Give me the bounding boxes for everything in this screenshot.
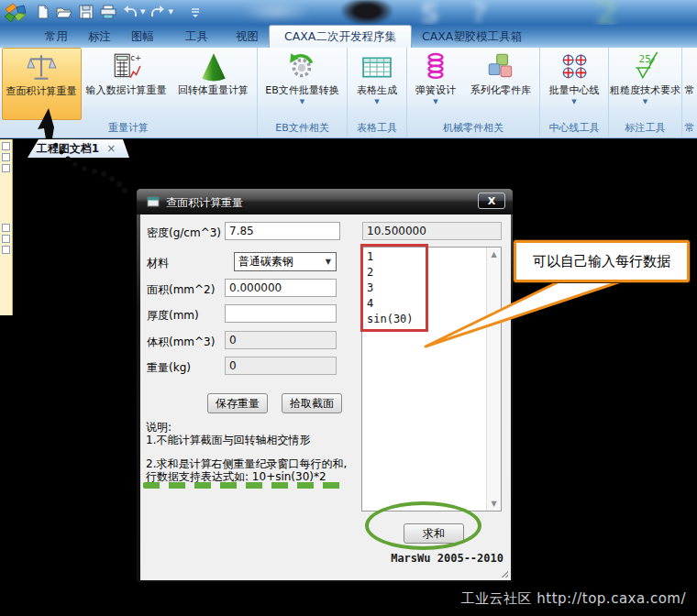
dropdown-arrow-icon: ▼ (374, 98, 379, 105)
gear-convert-icon (287, 50, 318, 84)
undo-button[interactable] (121, 3, 139, 21)
scroll-down-icon[interactable]: ▼ (487, 497, 501, 511)
dropdown-arrow-icon: ▼ (571, 98, 576, 105)
ribbon-button-eb-batch-convert[interactable]: EB文件批量转换 ▼ (263, 48, 341, 120)
green-dashed-underline-annotation (143, 482, 345, 489)
ribbon-button-input-data-weight[interactable]: c+ 输入数据计算重量 (82, 48, 171, 120)
weight-label: 重量(kg) (147, 360, 191, 376)
dialog-title-bar[interactable]: 查面积计算重量 X (137, 189, 513, 214)
ribbon-group-label: 机械零件相关 (407, 120, 539, 136)
undo-dropdown-icon[interactable]: ▼ (140, 8, 145, 16)
material-select[interactable]: 普通碳素钢 ▼ (234, 252, 337, 271)
redo-button[interactable] (149, 3, 167, 21)
svg-text:c+: c+ (130, 53, 141, 62)
weight-record-list[interactable]: 1 2 3 4 sin(30) ▲ ▼ (361, 247, 502, 512)
weight-record-lines[interactable]: 1 2 3 4 sin(30) (367, 249, 414, 327)
calculator-icon: c+ (111, 50, 142, 84)
note-line-1: 1.不能计算截面与回转轴相交情形 (146, 433, 310, 448)
ribbon-button-table-generate[interactable]: 表格生成 ▼ (355, 48, 399, 120)
new-file-button[interactable] (33, 3, 51, 21)
tab-biaozhu[interactable]: 标注 (78, 25, 121, 48)
background-photo-blur (240, 3, 312, 21)
left-palette-strip[interactable] (0, 139, 13, 315)
ribbon-group-table-tools: 表格生成 ▼ 表格工具 (348, 48, 407, 137)
tab-gongju[interactable]: 工具 (175, 25, 218, 48)
area-weight-dialog: 查面积计算重量 X 密度(g/cm^3) 材料 普通碳素钢 ▼ 面积(mm^2)… (136, 188, 514, 583)
density-input[interactable] (225, 222, 340, 240)
quick-access-toolbar: ▼ ▼ (33, 3, 205, 21)
weight-field (225, 357, 337, 375)
dialog-close-button[interactable]: X (478, 192, 505, 209)
material-value: 普通碳素钢 (235, 254, 321, 270)
sum-result-field (362, 222, 502, 240)
spring-icon (420, 50, 451, 84)
centerline-icon (559, 50, 590, 84)
parts-library-icon (485, 50, 516, 84)
cone-icon (198, 50, 229, 84)
sum-button[interactable]: 求和 (404, 523, 464, 544)
roughness-icon: 25 (630, 50, 661, 84)
ribbon-group-label: EB文件相关 (258, 120, 347, 136)
tab-caxa-mold-toolbox[interactable]: CAXA塑胶模工具箱 (412, 25, 532, 48)
thickness-label: 厚度(mm) (147, 308, 199, 324)
ribbon-button-spring-design[interactable]: 弹簧设计 ▼ (408, 48, 463, 120)
callout-annotation: 可以自己输入每行数据 (514, 240, 690, 282)
save-button[interactable] (77, 3, 95, 21)
document-tab-title: 工程图文档1 (37, 141, 99, 157)
ribbon-group-annotation-tools: 25 粗糙度技术要求 ▼ 标注工具 (609, 48, 682, 137)
balance-scale-icon (26, 50, 57, 85)
record-list-scrollbar[interactable]: ▲ ▼ (486, 248, 501, 511)
ribbon-group-label: 重量计算 (0, 120, 257, 136)
tab-shitu[interactable]: 视图 (226, 25, 269, 48)
watermark: 工业云社区 http://top.caxa.com/ (461, 590, 686, 608)
ribbon-button-batch-centerline[interactable]: 批量中心线 ▼ (548, 48, 602, 120)
table-icon (361, 50, 393, 84)
dropdown-arrow-icon: ▼ (433, 98, 437, 105)
dropdown-arrow-icon: ▼ (643, 98, 647, 105)
ribbon-group-weight-calc: 查面积计算重量 c+ 输入数据计算重量 回转体重量计算 重量计算 (0, 48, 258, 137)
scroll-up-icon[interactable]: ▲ (487, 248, 501, 261)
ribbon-group-mech-parts: 弹簧设计 ▼ 系列化零件库 机械零件相关 (407, 48, 540, 137)
ribbon-group-eb-files: EB文件批量转换 ▼ EB文件相关 (258, 48, 348, 137)
title-bar: S ? 2 ▼ ▼ (0, 0, 697, 25)
density-label: 密度(g/cm^3) (147, 226, 221, 241)
ribbon-button-partial[interactable]: 常 (683, 48, 697, 120)
dialog-title: 查面积计算重量 (166, 195, 243, 211)
ribbon-group-label: 常 (682, 120, 697, 136)
print-button[interactable] (99, 3, 117, 21)
dropdown-arrow-icon: ▼ (300, 98, 304, 105)
ribbon: 查面积计算重量 c+ 输入数据计算重量 回转体重量计算 重量计算 (0, 48, 697, 138)
material-label: 材料 (147, 256, 169, 271)
ribbon-group-partial: 常 常 (682, 48, 697, 137)
ribbon-button-revolve-weight[interactable]: 回转体重量计算 (171, 48, 256, 120)
ribbon-group-label: 标注工具 (609, 120, 681, 136)
ribbon-group-label: 中心线工具 (540, 120, 608, 136)
ribbon-button-area-weight[interactable]: 查面积计算重量 (2, 48, 82, 120)
volume-label: 体积(mm^3) (147, 335, 215, 350)
chevron-down-icon[interactable]: ▼ (321, 258, 336, 266)
document-tab-close-icon[interactable]: × (106, 142, 116, 155)
thickness-input[interactable] (225, 304, 337, 323)
customize-toolbar-button[interactable] (186, 3, 205, 21)
resize-grip[interactable] (500, 569, 508, 578)
caxa-application-window: S ? 2 ▼ ▼ (0, 0, 697, 616)
dialog-icon (147, 195, 160, 208)
open-file-button[interactable] (55, 3, 73, 21)
ribbon-button-roughness[interactable]: 25 粗糙度技术要求 ▼ (608, 48, 682, 120)
redo-dropdown-icon[interactable]: ▼ (168, 8, 172, 16)
pick-section-button[interactable]: 拾取截面 (282, 393, 342, 413)
ribbon-group-centerline: 批量中心线 ▼ 中心线工具 (540, 48, 609, 137)
ribbon-tab-bar: 常用标注图幅工具视图CAXA二次开发程序集CAXA塑胶模工具箱 (0, 25, 697, 48)
area-label: 面积(mm^2) (147, 282, 215, 298)
background-photo-blur (341, 0, 393, 25)
tab-tufu[interactable]: 图幅 (121, 25, 164, 48)
dialog-client-area: 密度(g/cm^3) 材料 普通碳素钢 ▼ 面积(mm^2) 厚度(mm) 体积… (140, 214, 511, 580)
ribbon-group-label: 表格工具 (348, 120, 406, 136)
author-credit: MarsWu 2005--2010 (391, 552, 503, 565)
tab-changyong[interactable]: 常用 (35, 25, 78, 48)
ribbon-button-parts-library[interactable]: 系列化零件库 (463, 48, 538, 120)
volume-field (225, 331, 337, 349)
area-input[interactable] (225, 279, 337, 297)
tab-caxa-secondary-dev[interactable]: CAXA二次开发程序集 (269, 25, 412, 48)
save-weight-button[interactable]: 保存重量 (207, 393, 268, 413)
